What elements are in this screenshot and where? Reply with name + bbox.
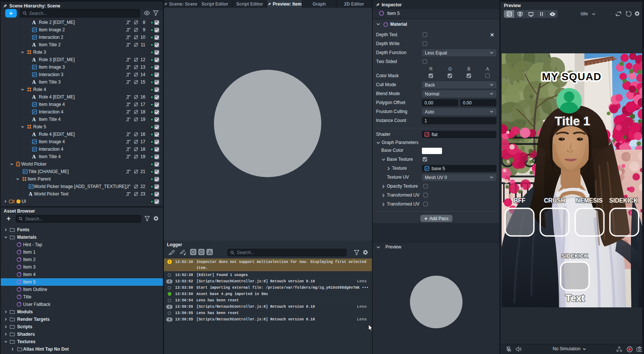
svg-text:SIDEKICK: SIDEKICK: [609, 197, 638, 204]
svg-text:BFF: BFF: [514, 197, 525, 204]
svg-text:MY SQUAD: MY SQUAD: [542, 71, 602, 82]
svg-text:SIDEKICK: SIDEKICK: [561, 253, 588, 259]
svg-text:Title 1: Title 1: [555, 114, 590, 128]
svg-text:NEMESIS: NEMESIS: [576, 197, 603, 204]
svg-text:CRUSH: CRUSH: [544, 197, 565, 204]
svg-text:Text: Text: [565, 292, 585, 304]
